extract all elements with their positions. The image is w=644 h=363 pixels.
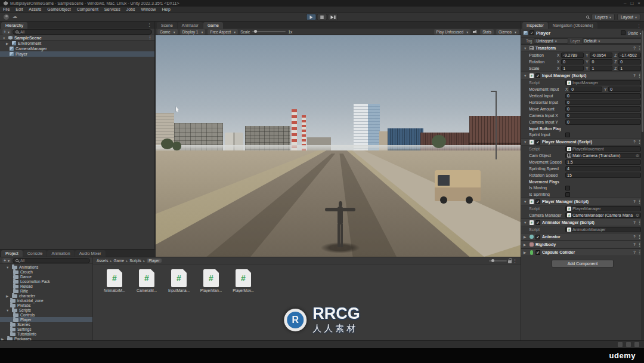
play-button[interactable]	[306, 14, 317, 20]
create-button[interactable]	[2, 29, 11, 35]
layout-dropdown[interactable]: Layout	[617, 14, 640, 20]
gizmos-dropdown[interactable]: Gizmos	[496, 29, 519, 35]
help-icon[interactable]: ?	[633, 73, 636, 78]
help-icon[interactable]: ?	[633, 220, 636, 224]
breadcrumb-assets[interactable]: Assets	[97, 259, 109, 263]
console-warning-icon[interactable]	[626, 342, 631, 347]
rigidbody-component-header[interactable]: Rigidbody ?	[521, 241, 644, 248]
tag-dropdown[interactable]: Untagged	[534, 38, 568, 44]
breadcrumb-scripts[interactable]: Scripts	[129, 259, 141, 263]
help-icon[interactable]: ?	[633, 46, 636, 50]
value-field[interactable]: 0	[565, 100, 641, 105]
stats-button[interactable]: Stats	[480, 29, 494, 35]
tab-animation[interactable]: Animation	[47, 250, 74, 257]
asset-animatormanager-script[interactable]: AnimatorM...	[101, 269, 128, 293]
display-dropdown[interactable]: Display 1	[180, 29, 206, 35]
position-x-field[interactable]: -9.2789	[561, 53, 584, 58]
capsule-collider-component-header[interactable]: ✓ Capsule Collider ?	[521, 248, 644, 256]
tab-scene[interactable]: Scene	[157, 22, 177, 29]
asset-cameramanager-script[interactable]: CameraM...	[134, 269, 160, 293]
static-dropdown[interactable]: Static	[627, 31, 642, 35]
foldout-closed-icon[interactable]	[524, 242, 528, 247]
foldout-open-icon[interactable]	[6, 308, 10, 312]
menu-help[interactable]: Help	[159, 7, 173, 11]
tab-navigation[interactable]: Navigation (Obsolete)	[549, 22, 597, 29]
console-error-icon[interactable]	[634, 342, 639, 347]
help-icon[interactable]: ?	[633, 235, 636, 239]
folder-reload[interactable]: Reload	[0, 284, 92, 288]
value-field[interactable]: 1.5	[565, 159, 641, 165]
folder-settings[interactable]: Settings	[0, 327, 92, 331]
foldout-open-icon[interactable]	[6, 265, 10, 269]
active-checkbox[interactable]: ✓	[530, 30, 534, 35]
project-search-input[interactable]: All	[13, 258, 90, 263]
foldout-open-icon[interactable]	[524, 140, 528, 144]
add-component-button[interactable]: Add Component	[552, 260, 614, 267]
inspector-menu-icon[interactable]	[635, 24, 643, 29]
foldout-open-icon[interactable]	[524, 46, 528, 50]
menu-component[interactable]: Component	[74, 7, 101, 11]
script-field[interactable]: InputManager	[565, 80, 641, 85]
foldout-closed-icon[interactable]	[524, 250, 528, 254]
menu-edit[interactable]: Edit	[13, 7, 26, 11]
tab-console[interactable]: Console	[23, 250, 47, 257]
enabled-checkbox[interactable]: ✓	[535, 235, 540, 239]
icon-size-slider[interactable]	[489, 260, 507, 262]
value-field[interactable]: 4	[565, 166, 641, 171]
player-movement-header[interactable]: ✓ Player Movement (Script) ?	[521, 138, 644, 146]
hierarchy-menu-icon[interactable]	[145, 18, 153, 29]
movement-input-x-field[interactable]: 0	[569, 87, 602, 92]
folder-dance[interactable]: Dance	[0, 274, 92, 279]
scale-y-field[interactable]: 1	[590, 66, 612, 71]
game-mode-dropdown[interactable]: Game	[157, 29, 178, 35]
is-sprinting-checkbox[interactable]	[565, 192, 570, 197]
static-checkbox[interactable]	[621, 30, 626, 35]
menu-file[interactable]: File	[0, 7, 13, 11]
mute-audio-icon[interactable]	[473, 29, 478, 34]
pause-button[interactable]	[317, 14, 327, 20]
object-name-field[interactable]: Player	[536, 30, 550, 36]
folder-industrial-zone[interactable]: industrial_zone	[0, 298, 92, 303]
scale-slider[interactable]	[252, 31, 286, 32]
foldout-open-icon[interactable]	[524, 73, 528, 78]
kebab-icon[interactable]	[148, 35, 154, 40]
movement-input-y-field[interactable]: 0	[608, 87, 641, 92]
hierarchy-item-cameramanager[interactable]: CameraManager	[0, 46, 154, 51]
help-icon[interactable]: ?	[633, 242, 636, 247]
foldout-closed-icon[interactable]	[6, 41, 10, 45]
folder-locomotion-pack[interactable]: Locomotion Pack	[0, 279, 92, 284]
folder-scripts[interactable]: Scripts	[0, 307, 92, 312]
script-field[interactable]: PlayerMovement	[565, 146, 641, 152]
enabled-checkbox[interactable]: ✓	[535, 199, 540, 204]
value-field[interactable]: 0	[565, 119, 641, 125]
layers-dropdown[interactable]: Layers	[592, 14, 615, 20]
tab-project[interactable]: Project	[1, 250, 23, 257]
folder-crouch[interactable]: Crouch	[0, 269, 92, 274]
script-field[interactable]: AnimatorManager	[565, 227, 641, 232]
scale-z-field[interactable]: 1	[618, 66, 641, 71]
hierarchy-item-samplescene[interactable]: SampleScene	[0, 35, 154, 41]
help-icon[interactable]: ?	[633, 250, 636, 254]
kebab-icon[interactable]	[513, 259, 517, 263]
hierarchy-search-input[interactable]: All	[13, 29, 152, 35]
sprint-input-checkbox[interactable]	[565, 133, 570, 137]
player-manager-header[interactable]: ✓ Player Manager (Script) ?	[521, 198, 644, 205]
layer-dropdown[interactable]: Default	[582, 38, 642, 44]
folder-tutorialinfo[interactable]: Tutorialinfo	[0, 331, 92, 336]
menu-jobs[interactable]: Jobs	[123, 7, 138, 11]
folder-player[interactable]: Player	[0, 317, 92, 322]
tab-hierarchy[interactable]: Hierarchy	[1, 22, 27, 29]
foldout-open-icon[interactable]	[524, 220, 528, 224]
animator-manager-header[interactable]: ✓ Animator Manager (Script) ?	[521, 219, 644, 226]
game-viewport[interactable]	[156, 35, 521, 257]
folder-rifle[interactable]: Rifle	[0, 288, 92, 293]
create-button[interactable]	[2, 258, 11, 263]
folder-character[interactable]: character	[0, 293, 92, 298]
tab-animator[interactable]: Animator	[178, 22, 203, 29]
scale-x-field[interactable]: 1	[561, 66, 584, 71]
folder-controls[interactable]: Controls	[0, 312, 92, 317]
aspect-dropdown[interactable]: Free Aspect	[208, 29, 238, 35]
folder-prefabs[interactable]: Prefabs	[0, 303, 92, 307]
foldout-open-icon[interactable]	[2, 36, 7, 40]
tab-inspector[interactable]: Inspector	[522, 22, 548, 29]
